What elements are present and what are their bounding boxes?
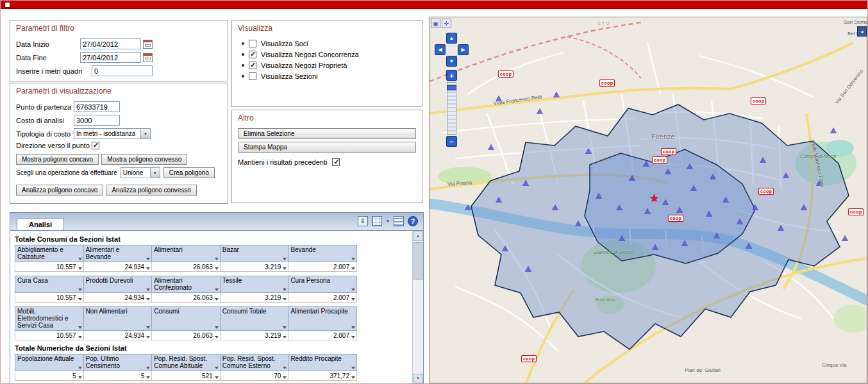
coop-store-marker[interactable]: coop: [599, 79, 615, 87]
column-header[interactable]: Consumi Totale: [220, 307, 288, 331]
pan-south-button[interactable]: ▼: [446, 56, 457, 67]
coop-store-marker[interactable]: coop: [848, 208, 864, 215]
member-triangle-marker[interactable]: [596, 193, 602, 199]
member-triangle-marker[interactable]: [801, 205, 807, 210]
analizza-poligono-convesso-button[interactable]: Analizza poligono convesso: [106, 185, 196, 196]
column-header[interactable]: Pop. Ultimo Censimento: [83, 355, 152, 371]
start-point-star-marker[interactable]: ★: [649, 193, 659, 204]
member-triangle-marker[interactable]: [830, 128, 837, 133]
analizza-poligono-concavo-button[interactable]: Analizza poligono concavo: [16, 185, 103, 196]
visualizza-checkbox[interactable]: [249, 40, 256, 47]
coop-store-marker[interactable]: coop: [758, 188, 774, 195]
member-triangle-marker[interactable]: [553, 92, 560, 97]
member-triangle-marker[interactable]: [522, 180, 529, 186]
pan-west-button[interactable]: ◀: [435, 44, 446, 55]
column-header[interactable]: Reddito Procapite: [288, 355, 357, 371]
member-triangle-marker[interactable]: [783, 172, 789, 178]
calendar-icon[interactable]: [143, 53, 153, 62]
column-header[interactable]: Popolazione Attuale: [15, 355, 84, 371]
zoom-slider-handle[interactable]: [447, 85, 456, 90]
costo-analisi-input[interactable]: [74, 115, 120, 126]
zoom-slider-track[interactable]: [447, 82, 456, 135]
column-header[interactable]: Alimentari: [152, 246, 221, 262]
column-header[interactable]: Prodotti Durevoli: [83, 276, 152, 293]
data-fine-input[interactable]: [80, 52, 141, 63]
sort-arrow-icon[interactable]: [283, 258, 287, 260]
member-triangle-marker[interactable]: [714, 233, 720, 238]
member-triangle-marker[interactable]: [616, 205, 622, 210]
member-triangle-marker[interactable]: [778, 225, 784, 231]
member-triangle-marker[interactable]: [537, 108, 543, 114]
sort-arrow-icon[interactable]: [283, 326, 287, 329]
member-triangle-marker[interactable]: [496, 197, 502, 203]
vertical-scrollbar[interactable]: ▲ ▼: [412, 231, 423, 383]
sort-arrow-icon[interactable]: [283, 288, 287, 291]
operazione-select[interactable]: Unione ▼: [121, 167, 160, 178]
column-header[interactable]: Abbigliamento e Calzature: [15, 246, 84, 262]
member-triangle-marker[interactable]: [737, 219, 743, 224]
coop-store-marker[interactable]: coop: [652, 156, 667, 163]
tipologia-costo-select[interactable]: In metri - isodistanza ▼: [74, 128, 151, 139]
member-triangle-marker[interactable]: [722, 197, 729, 203]
member-triangle-marker[interactable]: [629, 175, 635, 181]
member-triangle-marker[interactable]: [465, 205, 471, 210]
crea-poligono-button[interactable]: Crea poligono: [163, 167, 215, 178]
help-icon[interactable]: ?: [408, 216, 418, 226]
export-icon[interactable]: [358, 216, 368, 226]
elimina-selezione-button[interactable]: Elimina Selezione: [238, 128, 416, 139]
visualizza-checkbox[interactable]: [249, 62, 256, 69]
column-header[interactable]: Tessile: [220, 276, 288, 293]
coop-store-marker[interactable]: coop: [668, 215, 683, 222]
member-triangle-marker[interactable]: [502, 246, 508, 251]
scroll-down-arrow[interactable]: ▼: [413, 374, 423, 383]
column-header[interactable]: Alimentari Confezionato: [152, 276, 221, 293]
sort-arrow-icon[interactable]: [283, 367, 287, 369]
member-triangle-marker[interactable]: [585, 148, 592, 154]
pan-north-button[interactable]: ▲: [446, 33, 457, 44]
column-header[interactable]: Consumi: [152, 307, 221, 331]
member-triangle-marker[interactable]: [644, 208, 651, 214]
coop-store-marker[interactable]: coop: [661, 148, 676, 155]
sort-arrow-icon[interactable]: [215, 288, 219, 291]
member-triangle-marker[interactable]: [488, 144, 494, 150]
map-tool-pan-icon[interactable]: ✛: [442, 19, 451, 28]
column-header[interactable]: Bazar: [220, 246, 288, 262]
sort-arrow-icon[interactable]: [215, 258, 219, 260]
column-header[interactable]: Cura Casa: [15, 276, 84, 293]
member-triangle-marker[interactable]: [710, 174, 716, 179]
metri-quadri-input[interactable]: [92, 65, 153, 76]
member-triangle-marker[interactable]: [619, 235, 625, 241]
member-triangle-marker[interactable]: [575, 221, 581, 226]
member-triangle-marker[interactable]: [746, 243, 752, 249]
scrollbar-thumb[interactable]: [413, 242, 422, 280]
sort-arrow-icon[interactable]: [78, 288, 82, 291]
member-triangle-marker[interactable]: [842, 235, 848, 241]
sort-arrow-icon[interactable]: [215, 367, 219, 369]
sort-arrow-icon[interactable]: [146, 326, 150, 329]
pan-east-button[interactable]: ▶: [458, 44, 469, 55]
visualizza-checkbox[interactable]: [249, 51, 256, 58]
member-triangle-marker[interactable]: [662, 199, 669, 205]
column-settings-icon[interactable]: [372, 216, 382, 226]
sort-arrow-icon[interactable]: [351, 326, 355, 329]
direzione-checkbox[interactable]: [92, 142, 99, 149]
column-header[interactable]: Alimentari e Bevande: [83, 246, 152, 262]
sort-arrow-icon[interactable]: [78, 367, 82, 369]
data-inizio-input[interactable]: [80, 38, 141, 49]
member-triangle-marker[interactable]: [681, 240, 688, 246]
column-header[interactable]: Pop. Resid. Spost. Comune Abituale: [152, 355, 221, 371]
member-triangle-marker[interactable]: [706, 211, 712, 217]
tab-analisi[interactable]: Analisi: [17, 218, 64, 230]
column-header[interactable]: Alimentari Procapite: [288, 307, 357, 331]
visualizza-checkbox[interactable]: [249, 72, 256, 80]
member-triangle-marker[interactable]: [676, 207, 683, 213]
sort-arrow-icon[interactable]: [78, 326, 82, 329]
map-tool-zoombox-icon[interactable]: ▣: [431, 19, 440, 28]
coop-store-marker[interactable]: coop: [521, 355, 537, 362]
member-triangle-marker[interactable]: [687, 163, 693, 169]
chevron-down-icon[interactable]: ▼: [386, 219, 390, 223]
mostra-poligono-convesso-button[interactable]: Mostra poligono convesso: [101, 154, 187, 165]
member-triangle-marker[interactable]: [690, 185, 697, 191]
member-triangle-marker[interactable]: [525, 266, 531, 272]
sort-arrow-icon[interactable]: [215, 326, 219, 329]
